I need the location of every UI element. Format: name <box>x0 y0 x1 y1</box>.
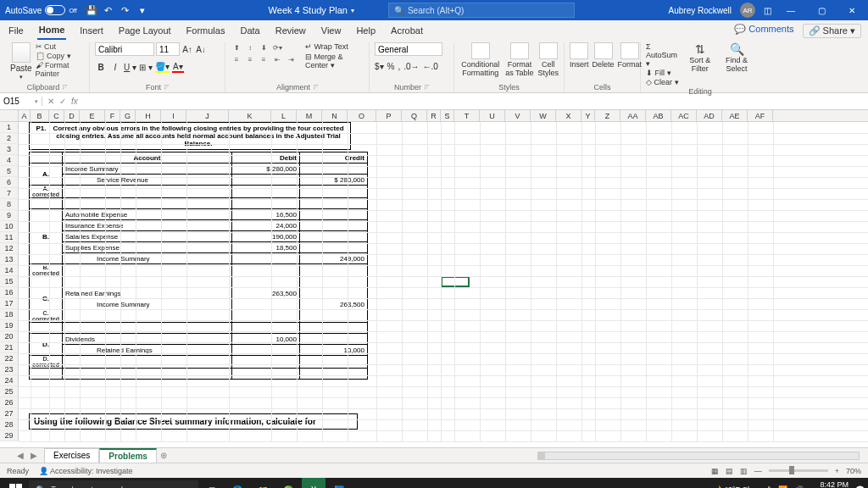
close-button[interactable]: ✕ <box>841 6 863 15</box>
col-header-J[interactable]: J <box>186 110 229 121</box>
align-left-icon[interactable]: ≡ <box>231 54 242 64</box>
chrome-icon[interactable]: 🟢 <box>276 478 300 488</box>
autosave-toggle[interactable]: AutoSave Off <box>5 5 77 15</box>
col-header-K[interactable]: K <box>229 110 271 121</box>
tab-insert[interactable]: Insert <box>78 22 105 39</box>
row-header-13[interactable]: 13 <box>0 254 19 265</box>
col-header-P[interactable]: P <box>376 110 402 121</box>
sheet-nav-next[interactable]: ▶ <box>31 451 37 460</box>
col-header-S[interactable]: S <box>441 110 454 121</box>
toggle-switch[interactable] <box>45 5 65 15</box>
align-top-icon[interactable]: ⬆ <box>231 42 242 53</box>
col-header-V[interactable]: V <box>505 110 531 121</box>
find-select-button[interactable]: 🔍Find & Select <box>719 42 754 73</box>
undo-icon[interactable]: ↶ <box>101 3 116 18</box>
decrease-decimal-icon[interactable]: ←.0 <box>423 62 438 71</box>
document-title[interactable]: Week 4 Study Plan ▾ <box>269 5 354 15</box>
row-header-16[interactable]: 16 <box>0 287 19 298</box>
normal-view-icon[interactable]: ▦ <box>711 467 719 475</box>
col-header-E[interactable]: E <box>80 110 105 121</box>
merge-center-button[interactable]: ⊟ Merge & Center ▾ <box>305 53 364 69</box>
format-painter-button[interactable]: 🖌 Format Painter <box>36 61 84 78</box>
increase-decimal-icon[interactable]: .0→ <box>403 62 419 71</box>
col-header-O[interactable]: O <box>348 110 376 121</box>
col-header-M[interactable]: M <box>297 110 322 121</box>
ribbon-display-icon[interactable]: ◫ <box>764 6 771 15</box>
col-header-C[interactable]: C <box>49 110 64 121</box>
indent-right-icon[interactable]: ⇥ <box>285 54 297 64</box>
page-layout-view-icon[interactable]: ▤ <box>726 467 733 475</box>
col-header-L[interactable]: L <box>271 110 297 121</box>
dialog-launcher-icon[interactable]: ◸ <box>63 84 67 91</box>
col-header-U[interactable]: U <box>480 110 505 121</box>
fill-button[interactable]: ⬇ Fill ▾ <box>646 69 681 77</box>
row-header-10[interactable]: 10 <box>0 221 19 232</box>
row-header-2[interactable]: 2 <box>0 133 19 144</box>
name-box[interactable]: O15▾ <box>0 97 42 106</box>
col-header-A[interactable]: A <box>19 110 31 121</box>
row-header-26[interactable]: 26 <box>0 397 19 408</box>
col-header-AA[interactable]: AA <box>620 110 646 121</box>
font-name-input[interactable] <box>95 42 154 56</box>
sheet-nav-prev[interactable]: ◀ <box>17 451 24 460</box>
maximize-button[interactable]: ▢ <box>810 6 832 15</box>
row-header-11[interactable]: 11 <box>0 232 19 243</box>
user-name[interactable]: Aubrey Rockwell <box>669 6 732 15</box>
tab-home[interactable]: Home <box>37 21 67 40</box>
enter-formula-icon[interactable]: ✓ <box>59 97 66 106</box>
edge-icon[interactable]: 🌐 <box>225 478 249 488</box>
row-header-3[interactable]: 3 <box>0 144 19 155</box>
insert-cells-button[interactable]: Insert <box>570 42 589 69</box>
bold-button[interactable]: B <box>95 63 107 72</box>
col-header-B[interactable]: B <box>31 110 49 121</box>
col-header-F[interactable]: F <box>105 110 120 121</box>
row-header-19[interactable]: 19 <box>0 320 19 331</box>
tab-file[interactable]: File <box>7 22 25 39</box>
col-header-H[interactable]: H <box>136 110 161 121</box>
conditional-formatting-button[interactable]: Conditional Formatting <box>459 42 501 77</box>
horizontal-scrollbar[interactable] <box>537 452 860 460</box>
font-size-input[interactable] <box>156 42 180 56</box>
fill-color-button[interactable]: 🪣▾ <box>155 62 170 73</box>
align-center-icon[interactable]: ≡ <box>244 54 256 64</box>
row-header-22[interactable]: 22 <box>0 353 19 364</box>
col-header-I[interactable]: I <box>161 110 186 121</box>
autosum-button[interactable]: Σ AutoSum ▾ <box>646 42 681 68</box>
tab-formulas[interactable]: Formulas <box>185 22 227 39</box>
orientation-icon[interactable]: ⟳▾ <box>271 42 283 53</box>
task-view-icon[interactable]: ⊞ <box>200 478 224 488</box>
percent-button[interactable]: % <box>387 62 395 71</box>
tab-page-layout[interactable]: Page Layout <box>117 22 173 39</box>
tab-data[interactable]: Data <box>238 22 261 39</box>
wrap-text-button[interactable]: ↵ Wrap Text <box>305 42 364 51</box>
col-header-T[interactable]: T <box>454 110 480 121</box>
excel-icon[interactable]: X <box>302 478 326 488</box>
sheet-tab-problems[interactable]: Problems <box>99 448 157 463</box>
tab-view[interactable]: View <box>320 22 343 39</box>
row-header-28[interactable]: 28 <box>0 419 19 430</box>
paste-button[interactable]: Paste ▾ <box>10 42 32 80</box>
row-header-25[interactable]: 25 <box>0 386 19 397</box>
decrease-font-icon[interactable]: A↓ <box>195 45 207 54</box>
fx-icon[interactable]: fx <box>71 97 78 106</box>
row-header-8[interactable]: 8 <box>0 199 19 210</box>
row-header-12[interactable]: 12 <box>0 243 19 254</box>
sort-filter-button[interactable]: ⇅Sort & Filter <box>684 42 715 73</box>
qat-dropdown-icon[interactable]: ▾ <box>135 3 150 18</box>
comma-button[interactable]: , <box>398 62 400 71</box>
search-box[interactable]: 🔍 Search (Alt+Q) <box>388 3 575 18</box>
border-button[interactable]: ⊞ ▾ <box>139 63 153 72</box>
col-header-Z[interactable]: Z <box>595 110 620 121</box>
page-break-view-icon[interactable]: ▥ <box>740 467 748 475</box>
explorer-icon[interactable]: 📁 <box>251 478 275 488</box>
redo-icon[interactable]: ↷ <box>118 3 133 18</box>
align-right-icon[interactable]: ≡ <box>258 54 270 64</box>
cancel-formula-icon[interactable]: ✕ <box>47 97 54 106</box>
dialog-launcher-icon[interactable]: ◸ <box>425 84 429 91</box>
col-header-D[interactable]: D <box>64 110 80 121</box>
row-header-5[interactable]: 5 <box>0 166 19 177</box>
share-button[interactable]: 🔗 Share ▾ <box>803 24 861 38</box>
col-header-W[interactable]: W <box>531 110 556 121</box>
zoom-level[interactable]: 70% <box>846 467 861 475</box>
zoom-slider[interactable] <box>769 469 828 472</box>
